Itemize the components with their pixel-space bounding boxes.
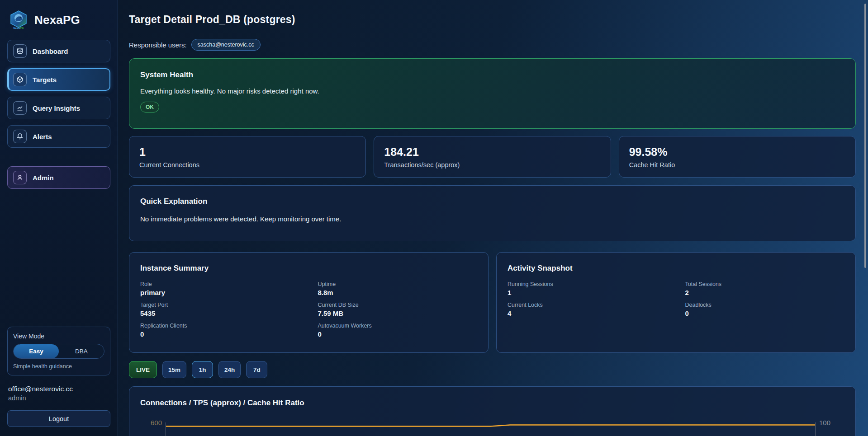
system-health-title: System Health bbox=[140, 70, 844, 80]
field: Running Sessions 1 bbox=[508, 281, 667, 296]
activity-snapshot-grid: Running Sessions 1 Total Sessions 2 Curr… bbox=[508, 281, 844, 317]
field: Deadlocks 0 bbox=[685, 302, 845, 317]
chart-plot-area bbox=[166, 422, 816, 436]
stat-card-connections: 1 Current Connections bbox=[129, 136, 366, 178]
right-axis-tick-label: 100 bbox=[816, 419, 844, 436]
sidebar-item-label: Dashboard bbox=[33, 47, 68, 55]
view-mode-panel: View Mode Easy DBA Simple health guidanc… bbox=[7, 327, 110, 375]
field-label: Running Sessions bbox=[508, 281, 667, 287]
chart-plot-row: 600 100 bbox=[140, 422, 844, 436]
stat-card-cache-hit: 99.58% Cache Hit Ratio bbox=[619, 136, 856, 178]
field-value: primary bbox=[140, 289, 300, 296]
field: Current Locks 4 bbox=[508, 302, 667, 317]
view-mode-option-easy[interactable]: Easy bbox=[14, 344, 59, 358]
range-button-7d[interactable]: 7d bbox=[246, 361, 267, 378]
field-label: Replication Clients bbox=[140, 323, 300, 329]
stat-label: Cache Hit Ratio bbox=[629, 161, 845, 169]
field-value: 8.8m bbox=[318, 289, 478, 296]
field-value: 0 bbox=[685, 309, 845, 317]
field-label: Current DB Size bbox=[318, 302, 478, 308]
sidebar-item-admin[interactable]: Admin bbox=[7, 166, 110, 189]
sidebar-item-alerts[interactable]: Alerts bbox=[7, 125, 110, 148]
cube-icon bbox=[13, 73, 27, 86]
sidebar-nav: Dashboard Targets Query Insights bbox=[7, 40, 110, 154]
nexapg-logo-icon: NexaPG bbox=[9, 10, 28, 30]
field-value: 7.59 MB bbox=[318, 309, 478, 317]
range-button-24h[interactable]: 24h bbox=[218, 361, 241, 378]
field-value: 0 bbox=[140, 330, 300, 338]
field-value: 2 bbox=[685, 289, 845, 296]
logo-wordmark: NexaPG bbox=[9, 27, 28, 29]
instance-summary-grid: Role primary Uptime 8.8m Target Port 543… bbox=[140, 281, 477, 338]
user-role: admin bbox=[8, 394, 109, 402]
logout-button[interactable]: Logout bbox=[7, 410, 110, 427]
sidebar: NexaPG NexaPG Dashboard Targets bbox=[0, 0, 118, 436]
status-badge: OK bbox=[140, 102, 159, 113]
stat-label: Current Connections bbox=[139, 161, 356, 169]
responsible-user-badge[interactable]: sascha@nesterovic.cc bbox=[191, 39, 261, 51]
field-label: Total Sessions bbox=[685, 281, 845, 287]
instance-summary-card: Instance Summary Role primary Uptime 8.8… bbox=[129, 252, 489, 353]
stat-value: 99.58% bbox=[629, 145, 845, 159]
summary-row: Instance Summary Role primary Uptime 8.8… bbox=[129, 252, 856, 353]
user-email: office@nesterovic.cc bbox=[8, 385, 109, 393]
bell-icon bbox=[13, 130, 27, 143]
database-icon bbox=[13, 44, 27, 58]
sidebar-spacer bbox=[7, 189, 110, 327]
field-label: Autovacuum Workers bbox=[318, 323, 478, 329]
field-label: Uptime bbox=[318, 281, 478, 287]
field-label: Current Locks bbox=[508, 302, 667, 308]
live-button[interactable]: LIVE bbox=[129, 361, 157, 378]
field-label: Role bbox=[140, 281, 300, 287]
sidebar-item-query-insights[interactable]: Query Insights bbox=[7, 97, 110, 119]
system-health-message: Everything looks healthy. No major risks… bbox=[140, 87, 844, 95]
sidebar-item-dashboard[interactable]: Dashboard bbox=[7, 40, 110, 62]
responsible-users-label: Responsible users: bbox=[129, 41, 187, 49]
field: Target Port 5435 bbox=[140, 302, 300, 317]
activity-snapshot-title: Activity Snapshot bbox=[508, 264, 844, 273]
stat-value: 184.21 bbox=[384, 145, 600, 159]
field-value: 0 bbox=[318, 330, 478, 338]
stat-label: Transactions/sec (approx) bbox=[384, 161, 600, 169]
field-value: 5435 bbox=[140, 309, 300, 317]
field: Replication Clients 0 bbox=[140, 323, 300, 338]
field: Autovacuum Workers 0 bbox=[318, 323, 478, 338]
field-label: Target Port bbox=[140, 302, 300, 308]
stat-value: 1 bbox=[139, 145, 356, 159]
person-icon bbox=[13, 171, 27, 184]
field: Uptime 8.8m bbox=[318, 281, 478, 296]
field-label: Deadlocks bbox=[685, 302, 845, 308]
field: Total Sessions 2 bbox=[685, 281, 845, 296]
view-mode-option-dba[interactable]: DBA bbox=[59, 344, 104, 358]
sidebar-item-label: Query Insights bbox=[33, 104, 80, 112]
left-axis-tick-label: 600 bbox=[140, 419, 166, 436]
time-range-controls: LIVE 15m 1h 24h 7d bbox=[129, 361, 856, 378]
range-button-1h[interactable]: 1h bbox=[192, 361, 213, 378]
main-content: Target Detail Prod_DB (postgres) Respons… bbox=[118, 0, 868, 436]
responsible-users-row: Responsible users: sascha@nesterovic.cc bbox=[129, 39, 856, 51]
quick-explanation-message: No immediate problems were detected. Kee… bbox=[140, 215, 844, 223]
activity-snapshot-card: Activity Snapshot Running Sessions 1 Tot… bbox=[496, 252, 856, 353]
stats-row: 1 Current Connections 184.21 Transaction… bbox=[129, 136, 856, 178]
sidebar-item-label: Targets bbox=[33, 76, 57, 84]
quick-explanation-title: Quick Explanation bbox=[140, 197, 844, 206]
logo: NexaPG NexaPG bbox=[7, 8, 110, 40]
tps-line-series bbox=[166, 422, 815, 428]
line-chart-icon bbox=[13, 101, 27, 115]
sidebar-item-label: Admin bbox=[33, 174, 54, 182]
view-mode-hint: Simple health guidance bbox=[13, 363, 104, 370]
vertical-scrollbar[interactable] bbox=[864, 4, 866, 268]
app-title: NexaPG bbox=[34, 13, 80, 27]
range-button-15m[interactable]: 15m bbox=[162, 361, 186, 378]
quick-explanation-card: Quick Explanation No immediate problems … bbox=[129, 185, 856, 241]
field-value: 1 bbox=[508, 289, 667, 296]
sidebar-divider bbox=[8, 157, 109, 157]
sidebar-item-targets[interactable]: Targets bbox=[7, 68, 110, 91]
chart-title: Connections / TPS (approx) / Cache Hit R… bbox=[140, 398, 844, 408]
page-title: Target Detail Prod_DB (postgres) bbox=[129, 14, 856, 26]
field: Role primary bbox=[140, 281, 300, 296]
field: Current DB Size 7.59 MB bbox=[318, 302, 478, 317]
stat-card-tps: 184.21 Transactions/sec (approx) bbox=[374, 136, 611, 178]
view-mode-toggle: Easy DBA bbox=[13, 344, 104, 359]
instance-summary-title: Instance Summary bbox=[140, 264, 477, 273]
